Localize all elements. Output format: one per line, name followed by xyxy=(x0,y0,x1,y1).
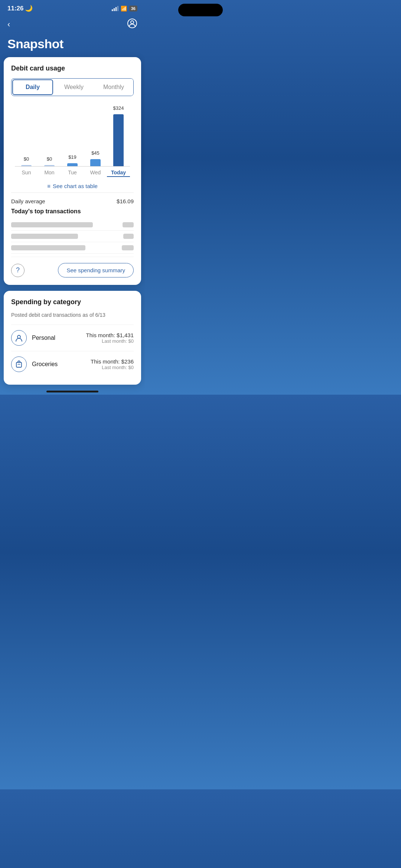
bar-day-labels: SunMonTueWedToday xyxy=(15,167,130,177)
back-button[interactable]: ‹ xyxy=(7,20,10,29)
bar-sun xyxy=(21,165,32,166)
help-button[interactable]: ? xyxy=(11,264,25,277)
daily-average-value: $16.09 xyxy=(117,198,134,204)
signal-icon xyxy=(112,6,118,11)
debit-card-usage-card: Debit card usage Daily Weekly Monthly $0… xyxy=(4,57,141,285)
groceries-last-month: Last month: $0 xyxy=(91,365,134,370)
see-spending-button[interactable]: See spending summary xyxy=(58,263,134,277)
page-title: Snapshot xyxy=(0,35,145,57)
bar-amount-sun: $0 xyxy=(24,156,29,163)
wifi-icon: 📶 xyxy=(121,6,127,11)
day-label-mon: Mon xyxy=(38,170,61,177)
chart-link[interactable]: ≡ See chart as table xyxy=(11,183,134,190)
table-icon: ≡ xyxy=(47,183,50,189)
transactions-list xyxy=(11,219,134,254)
transaction-amount-blur xyxy=(122,245,134,250)
category-subtitle: Posted debit card transactions as of 6/1… xyxy=(11,312,134,318)
status-time: 11:26 🌙 xyxy=(7,4,33,12)
transaction-row xyxy=(11,219,134,231)
bar-amount-wed: $45 xyxy=(91,150,100,157)
transaction-amount-blur xyxy=(123,222,134,227)
usage-tabs: Daily Weekly Monthly xyxy=(11,78,134,96)
personal-this-month: This month: $1,431 xyxy=(86,332,134,338)
groceries-label: Groceries xyxy=(32,361,85,368)
svg-point-2 xyxy=(17,335,20,338)
bar-group-today: $324 xyxy=(107,105,130,166)
bar-group-tue: $19 xyxy=(61,154,84,166)
day-label-wed: Wed xyxy=(84,170,107,177)
tab-daily[interactable]: Daily xyxy=(12,79,53,95)
svg-point-1 xyxy=(131,21,134,24)
category-personal-row[interactable]: Personal This month: $1,431 Last month: … xyxy=(11,325,134,351)
transaction-row xyxy=(11,231,134,242)
transaction-detail-blur xyxy=(11,222,93,227)
see-chart-label: See chart as table xyxy=(53,183,98,189)
personal-label: Personal xyxy=(32,335,81,341)
daily-average-label: Daily average xyxy=(11,198,45,204)
groceries-this-month: This month: $236 xyxy=(91,358,134,365)
bar-today xyxy=(113,114,124,166)
day-label-tue: Tue xyxy=(61,170,84,177)
day-label-today: Today xyxy=(107,170,130,177)
transaction-amount-blur xyxy=(123,234,134,239)
groceries-amounts: This month: $236 Last month: $0 xyxy=(91,358,134,370)
tab-monthly[interactable]: Monthly xyxy=(94,79,133,96)
personal-amounts: This month: $1,431 Last month: $0 xyxy=(86,332,134,344)
bar-group-wed: $45 xyxy=(84,150,107,166)
transaction-detail-blur xyxy=(11,234,78,239)
transactions-title: Today's top transactions xyxy=(11,208,134,215)
bar-amount-tue: $19 xyxy=(68,154,76,161)
profile-button[interactable] xyxy=(127,18,137,31)
personal-last-month: Last month: $0 xyxy=(86,338,134,344)
tab-weekly[interactable]: Weekly xyxy=(54,79,94,96)
bar-group-mon: $0 xyxy=(38,156,61,166)
nav-bar: ‹ xyxy=(0,15,145,35)
home-indicator xyxy=(46,391,98,392)
help-icon: ? xyxy=(16,266,20,274)
status-icons: 📶 36 xyxy=(112,6,137,11)
category-groceries-row[interactable]: Groceries This month: $236 Last month: $… xyxy=(11,351,134,377)
category-title: Spending by category xyxy=(11,298,134,306)
bar-tue xyxy=(67,163,78,166)
see-chart-link[interactable]: ≡ See chart as table xyxy=(47,183,98,189)
time-text: 11:26 xyxy=(7,5,23,12)
day-label-sun: Sun xyxy=(15,170,38,177)
groceries-icon xyxy=(11,356,27,372)
card-footer: ? See spending summary xyxy=(11,257,134,277)
transaction-detail-blur xyxy=(11,245,85,250)
bar-wed xyxy=(90,159,101,166)
status-bar: 11:26 🌙 📶 36 xyxy=(0,0,145,15)
bars-container: $0$0$19$45$324 xyxy=(15,107,130,167)
bar-group-sun: $0 xyxy=(15,156,38,166)
bar-amount-mon: $0 xyxy=(47,156,52,163)
bar-amount-today: $324 xyxy=(113,105,124,112)
svg-rect-3 xyxy=(16,362,22,367)
transaction-row xyxy=(11,242,134,254)
bar-mon xyxy=(44,165,55,166)
moon-icon: 🌙 xyxy=(25,4,33,12)
spending-category-card: Spending by category Posted debit card t… xyxy=(4,291,141,385)
battery-icon: 36 xyxy=(129,6,137,11)
debit-card-title: Debit card usage xyxy=(11,65,134,72)
daily-average-row: Daily average $16.09 xyxy=(11,193,134,208)
personal-icon xyxy=(11,330,27,346)
bar-chart: $0$0$19$45$324 SunMonTueWedToday xyxy=(11,103,134,177)
